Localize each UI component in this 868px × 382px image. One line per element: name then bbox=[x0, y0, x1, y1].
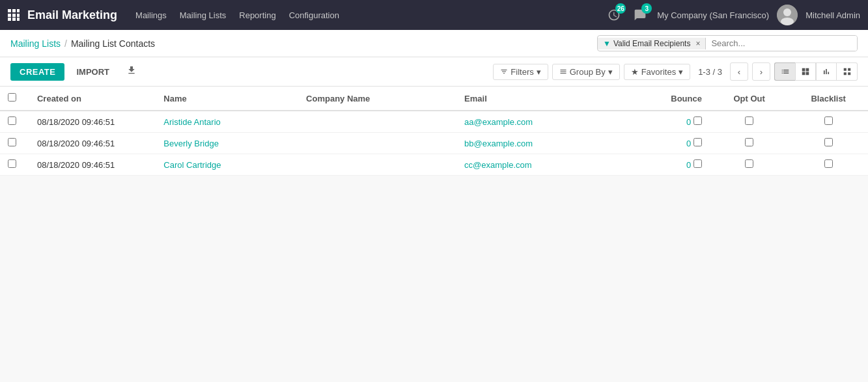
filter-tag-label: Valid Email Recipients bbox=[613, 39, 691, 48]
svg-rect-2 bbox=[17, 9, 20, 12]
search-input[interactable] bbox=[706, 36, 857, 51]
col-header-company[interactable]: Company Name bbox=[298, 87, 456, 111]
download-button[interactable] bbox=[121, 61, 142, 82]
nav-mailing-lists[interactable]: Mailing Lists bbox=[180, 10, 227, 20]
nav-configuration[interactable]: Configuration bbox=[289, 10, 339, 20]
nav-links: Mailings Mailing Lists Reporting Configu… bbox=[135, 10, 605, 20]
view-switcher bbox=[774, 62, 858, 81]
row-bounce-check-1[interactable] bbox=[693, 138, 702, 146]
nav-mailings[interactable]: Mailings bbox=[135, 10, 167, 20]
contacts-table: Created on Name Company Name Email Bounc… bbox=[0, 87, 868, 176]
row-created-0: 08/18/2020 09:46:51 bbox=[29, 111, 156, 133]
svg-rect-5 bbox=[17, 14, 20, 17]
svg-rect-8 bbox=[17, 18, 20, 21]
row-blacklist-check-2[interactable] bbox=[824, 159, 833, 168]
groupby-btn[interactable]: Group By ▾ bbox=[552, 64, 620, 80]
row-bounce-2: 0 bbox=[647, 154, 710, 176]
svg-rect-4 bbox=[12, 14, 16, 17]
svg-rect-3 bbox=[8, 14, 11, 17]
page-info: 1-3 / 3 bbox=[698, 67, 722, 77]
row-blacklist-check-0[interactable] bbox=[824, 116, 833, 125]
row-checkbox-0[interactable] bbox=[8, 116, 16, 125]
row-email-0[interactable]: aa@example.com bbox=[456, 111, 647, 133]
row-name-2[interactable]: Carol Cartridge bbox=[156, 154, 298, 176]
top-right-section: 26 3 My Company (San Francisco) Mitchell… bbox=[605, 5, 860, 25]
col-header-name[interactable]: Name bbox=[156, 87, 298, 111]
activity-btn[interactable]: 26 bbox=[605, 6, 623, 24]
row-blacklist-2[interactable] bbox=[789, 154, 868, 176]
nav-reporting[interactable]: Reporting bbox=[239, 10, 275, 20]
row-checkbox-cell[interactable] bbox=[0, 133, 29, 154]
row-company-2 bbox=[298, 154, 456, 176]
row-blacklist-check-1[interactable] bbox=[824, 138, 833, 146]
col-header-email[interactable]: Email bbox=[456, 87, 647, 111]
filter-tag: ▼ Valid Email Recipients × bbox=[598, 38, 706, 49]
row-company-0 bbox=[298, 111, 456, 133]
kanban-view-btn[interactable] bbox=[795, 62, 816, 81]
row-optout-check-0[interactable] bbox=[745, 116, 753, 125]
col-header-created[interactable]: Created on bbox=[29, 87, 156, 111]
svg-rect-7 bbox=[12, 18, 16, 21]
col-header-optout[interactable]: Opt Out bbox=[710, 87, 789, 111]
pivot-view-btn[interactable] bbox=[837, 62, 858, 81]
table-header-row: Created on Name Company Name Email Bounc… bbox=[0, 87, 868, 111]
svg-point-11 bbox=[781, 18, 794, 25]
table-container: Created on Name Company Name Email Bounc… bbox=[0, 87, 868, 176]
row-bounce-check-0[interactable] bbox=[693, 116, 702, 125]
filter-remove-btn[interactable]: × bbox=[695, 39, 700, 48]
row-blacklist-1[interactable] bbox=[789, 133, 868, 154]
user-avatar[interactable] bbox=[777, 5, 798, 25]
row-checkbox-cell[interactable] bbox=[0, 154, 29, 176]
create-button[interactable]: CREATE bbox=[10, 63, 64, 81]
row-bounce-check-2[interactable] bbox=[693, 159, 702, 168]
list-view-btn[interactable] bbox=[774, 62, 795, 81]
row-email-2[interactable]: cc@example.com bbox=[456, 154, 647, 176]
col-header-blacklist[interactable]: Blacklist bbox=[789, 87, 868, 111]
search-area: ▼ Valid Email Recipients × bbox=[597, 35, 858, 51]
activity-count: 26 bbox=[615, 3, 626, 14]
col-header-bounce[interactable]: Bounce bbox=[647, 87, 710, 111]
row-name-0[interactable]: Aristide Antario bbox=[156, 111, 298, 133]
row-optout-check-2[interactable] bbox=[745, 159, 753, 168]
grid-icon[interactable] bbox=[8, 9, 20, 21]
svg-rect-1 bbox=[12, 9, 16, 12]
row-blacklist-0[interactable] bbox=[789, 111, 868, 133]
row-created-1: 08/18/2020 09:46:51 bbox=[29, 133, 156, 154]
row-optout-1[interactable] bbox=[710, 133, 789, 154]
row-name-1[interactable]: Beverly Bridge bbox=[156, 133, 298, 154]
svg-point-10 bbox=[783, 8, 791, 16]
row-optout-check-1[interactable] bbox=[745, 138, 753, 146]
svg-rect-0 bbox=[8, 9, 11, 12]
row-optout-2[interactable] bbox=[710, 154, 789, 176]
table-row: 08/18/2020 09:46:51 Carol Cartridge cc@e… bbox=[0, 154, 868, 176]
select-all-checkbox[interactable] bbox=[8, 93, 16, 102]
top-nav: Email Marketing Mailings Mailing Lists R… bbox=[0, 0, 868, 30]
row-bounce-0: 0 bbox=[647, 111, 710, 133]
row-checkbox-1[interactable] bbox=[8, 138, 16, 146]
row-email-1[interactable]: bb@example.com bbox=[456, 133, 647, 154]
breadcrumb-current: Mailing List Contacts bbox=[71, 38, 155, 49]
user-name: Mitchell Admin bbox=[805, 10, 860, 20]
message-count: 3 bbox=[641, 3, 652, 14]
sub-header: Mailing Lists / Mailing List Contacts ▼ … bbox=[0, 30, 868, 57]
message-btn[interactable]: 3 bbox=[631, 6, 649, 24]
favorites-btn[interactable]: ★ Favorites ▾ bbox=[624, 64, 690, 80]
row-bounce-1: 0 bbox=[647, 133, 710, 154]
graph-view-btn[interactable] bbox=[816, 62, 837, 81]
row-checkbox-cell[interactable] bbox=[0, 111, 29, 133]
toolbar-right: Filters ▾ Group By ▾ ★ Favorites ▾ 1-3 /… bbox=[493, 62, 858, 81]
breadcrumb: Mailing Lists / Mailing List Contacts bbox=[10, 38, 155, 49]
row-checkbox-2[interactable] bbox=[8, 159, 16, 168]
toolbar: CREATE IMPORT Filters ▾ Group By ▾ ★ Fav… bbox=[0, 57, 868, 87]
filters-btn[interactable]: Filters ▾ bbox=[493, 64, 548, 80]
prev-page-btn[interactable]: ‹ bbox=[730, 62, 748, 81]
breadcrumb-parent[interactable]: Mailing Lists bbox=[10, 38, 61, 49]
breadcrumb-separator: / bbox=[64, 38, 67, 49]
select-all-header[interactable] bbox=[0, 87, 29, 111]
company-selector[interactable]: My Company (San Francisco) bbox=[657, 10, 769, 20]
table-row: 08/18/2020 09:46:51 Beverly Bridge bb@ex… bbox=[0, 133, 868, 154]
row-optout-0[interactable] bbox=[710, 111, 789, 133]
import-button[interactable]: IMPORT bbox=[70, 63, 116, 81]
svg-rect-6 bbox=[8, 18, 11, 21]
next-page-btn[interactable]: › bbox=[752, 62, 770, 81]
